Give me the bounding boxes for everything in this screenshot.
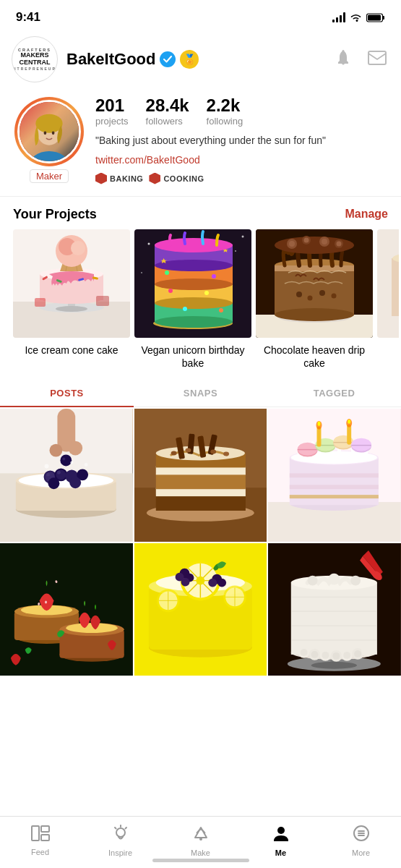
svg-point-97: [69, 477, 81, 488]
svg-point-33: [235, 250, 236, 252]
svg-point-24: [71, 241, 85, 255]
wifi-icon: [350, 13, 362, 22]
svg-point-152: [348, 420, 351, 424]
grid-post-1[interactable]: [0, 409, 133, 542]
nav-feed-label: Feed: [31, 848, 49, 856]
nav-inspire-label: Inspire: [108, 848, 132, 857]
svg-point-226: [116, 828, 125, 837]
project-item[interactable]: Ice cream cone cake: [13, 229, 130, 370]
project-image-icecream: [13, 229, 130, 338]
svg-point-78: [308, 295, 313, 300]
svg-point-80: [332, 293, 337, 298]
avatar-ring: [14, 97, 84, 166]
svg-rect-4: [368, 51, 386, 64]
status-icons: [332, 12, 385, 22]
projects-count: 201: [95, 97, 129, 114]
stat-projects: 201 projects: [95, 97, 129, 127]
project-item[interactable]: Chocolate heaven drip cake: [256, 229, 373, 370]
svg-point-11: [52, 132, 55, 135]
svg-rect-1: [383, 16, 385, 20]
svg-point-122: [185, 448, 191, 453]
stats-row: 201 projects 28.4k followers 2.2k follow…: [95, 97, 387, 127]
avatar-label: Maker: [30, 169, 69, 183]
svg-point-102: [49, 444, 62, 457]
svg-point-136: [298, 443, 318, 456]
manage-button[interactable]: Manage: [345, 208, 388, 221]
notification-button[interactable]: [332, 46, 355, 73]
svg-point-212: [361, 645, 373, 657]
followers-label: followers: [146, 116, 189, 127]
projects-label: projects: [95, 116, 129, 127]
nav-more-label: More: [352, 848, 370, 857]
home-indicator: [152, 859, 249, 862]
svg-point-213: [301, 649, 308, 656]
cooking-tag-icon: [149, 173, 160, 184]
nav-item-make[interactable]: Make: [160, 822, 241, 857]
project-image-unicorn: [134, 229, 251, 338]
svg-point-218: [354, 650, 361, 658]
project-item[interactable]: Vegan unicorn birthday bake: [134, 229, 251, 370]
tab-tagged[interactable]: TAGGED: [267, 380, 401, 407]
project-title-chocolate: Chocolate heaven drip cake: [256, 344, 373, 370]
grid-post-2[interactable]: [134, 409, 267, 542]
grid-post-5[interactable]: [134, 543, 267, 676]
grid-post-6[interactable]: [268, 543, 401, 676]
projects-scroll[interactable]: Ice cream cone cake: [0, 229, 401, 370]
svg-point-9: [35, 114, 62, 133]
svg-rect-111: [155, 495, 245, 511]
project-image-extra: [377, 229, 399, 338]
svg-rect-148: [348, 425, 352, 445]
tab-snaps[interactable]: SNAPS: [134, 380, 267, 407]
svg-rect-2: [368, 14, 381, 20]
svg-rect-200: [291, 582, 377, 654]
svg-point-77: [296, 292, 302, 297]
svg-rect-223: [32, 826, 39, 841]
svg-rect-64: [275, 265, 354, 315]
svg-point-230: [199, 838, 202, 841]
svg-point-104: [62, 457, 65, 460]
svg-point-35: [141, 272, 142, 273]
grid-post-4[interactable]: [0, 543, 133, 676]
inspire-icon: [112, 825, 129, 846]
svg-point-161: [45, 600, 47, 603]
svg-rect-147: [317, 427, 322, 447]
makers-central-logo[interactable]: CRAFTERS MAKERS CENTRAL ENTREPRENEURS: [12, 36, 58, 82]
nav-make-label: Make: [191, 848, 210, 857]
cooking-tag-label: COOKING: [163, 174, 204, 183]
profile-link[interactable]: twitter.com/BakeItGood: [95, 154, 387, 166]
svg-point-75: [322, 239, 327, 244]
status-time: 9:41: [16, 10, 40, 25]
project-item[interactable]: [377, 229, 399, 370]
svg-rect-224: [41, 826, 49, 832]
svg-point-74: [304, 237, 309, 242]
svg-point-151: [318, 422, 321, 426]
baking-tag-label: BAKING: [110, 174, 143, 183]
nav-item-me[interactable]: Me: [241, 822, 321, 857]
svg-point-73: [289, 241, 295, 247]
grid-post-3[interactable]: [268, 409, 401, 542]
svg-point-34: [242, 235, 244, 237]
me-icon: [273, 825, 289, 846]
svg-point-215: [322, 652, 329, 659]
more-icon: [353, 825, 370, 846]
nav-item-feed[interactable]: Feed: [0, 822, 80, 856]
nav-item-more[interactable]: More: [321, 822, 401, 857]
make-icon: [191, 825, 211, 846]
svg-point-107: [70, 461, 73, 464]
project-title-unicorn: Vegan unicorn birthday bake: [134, 344, 251, 370]
svg-point-198: [311, 661, 358, 668]
signal-icon: [332, 12, 345, 22]
svg-point-99: [57, 471, 61, 475]
stat-following: 2.2k following: [207, 97, 243, 127]
tags-row: BAKING COOKING: [95, 173, 387, 184]
svg-point-54: [212, 274, 216, 278]
battery-icon: [366, 13, 385, 22]
svg-point-216: [333, 652, 340, 660]
svg-rect-225: [41, 835, 49, 841]
nav-item-inspire[interactable]: Inspire: [80, 822, 160, 857]
tab-posts[interactable]: POSTS: [0, 380, 134, 407]
posts-grid: [0, 409, 401, 676]
svg-point-96: [48, 477, 60, 489]
svg-point-98: [46, 473, 50, 477]
message-button[interactable]: [365, 48, 389, 72]
